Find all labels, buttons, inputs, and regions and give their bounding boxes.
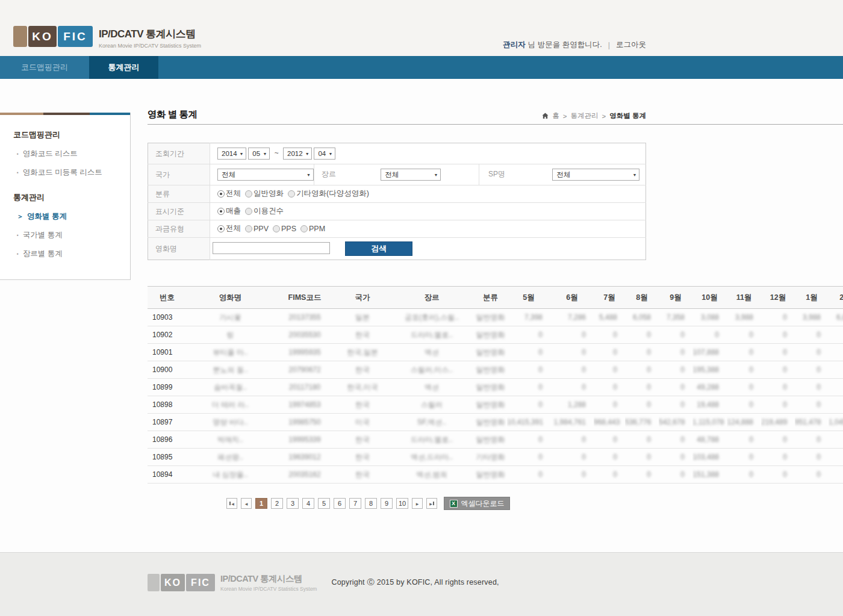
radio-selected-icon[interactable] [217, 208, 225, 215]
cell-month-value: 3,988 [795, 309, 829, 326]
page-button-1[interactable]: 1 [255, 498, 267, 509]
excel-icon: X [450, 500, 458, 508]
page-button-3[interactable]: 3 [287, 498, 299, 509]
radio-option[interactable]: 기타영화(다양성영화) [288, 188, 369, 199]
to-month-select[interactable]: 04▼ [314, 148, 335, 160]
radio-option[interactable]: PPM [300, 225, 325, 233]
radio-icon[interactable] [300, 225, 308, 232]
cell-month-value: 0 [659, 326, 692, 344]
prev-page-button[interactable]: ◀ [241, 498, 252, 509]
cell-month-value: 0 [761, 309, 795, 326]
sp-label: SP명 [488, 169, 550, 179]
sidebar-item[interactable]: ▪국가별 통계 [17, 230, 122, 240]
blurred-text: 0 [613, 400, 617, 409]
page-button-7[interactable]: 7 [349, 498, 361, 509]
genre-cell: 장르 전체▼ [314, 164, 479, 185]
radio-option[interactable]: 전체 [217, 223, 241, 234]
radio-icon[interactable] [273, 225, 280, 232]
search-button[interactable]: 검색 [345, 241, 412, 256]
radio-icon[interactable] [288, 190, 295, 198]
cell-month-value: 0 [659, 449, 692, 466]
cell-month-value: 0 [829, 396, 843, 414]
cell-genre: 액션,범죄 [390, 466, 474, 484]
radio-option[interactable]: 전체 [217, 188, 241, 199]
sidebar-item[interactable]: ＞영화별 통계 [17, 211, 122, 222]
cell-category: 일반영화 [474, 379, 507, 396]
blurred-text: 1,045,118 [829, 418, 843, 426]
cell-month-value: 0 [659, 396, 692, 414]
blurred-text: 0 [647, 470, 651, 479]
blurred-text: 0 [817, 331, 821, 339]
blurred-text: 일반영화 [476, 348, 505, 356]
page-button-10[interactable]: 10 [396, 498, 408, 509]
cell-month-value: 5,488 [594, 309, 625, 326]
cell-month-value: 0 [550, 326, 594, 344]
to-year-select[interactable]: 2012▼ [283, 148, 312, 160]
sidebar-item[interactable]: ▪장르별 통계 [17, 249, 122, 259]
logout-link[interactable]: 로그아웃 [616, 40, 646, 50]
cell-month-value: 951,478 [795, 414, 829, 431]
cell-movie-name: 뷰티풀 마.. [187, 344, 274, 361]
column-header: 분류 [474, 287, 507, 309]
blurred-text: 액션,드라마.. [411, 453, 453, 461]
column-header: 11월 [727, 287, 761, 309]
from-month-select[interactable]: 05▼ [248, 148, 270, 160]
sidebar-item[interactable]: ▪영화코드 리스트 [17, 149, 122, 159]
radio-option[interactable]: 매출 [217, 206, 241, 216]
cell-number: 10894 [148, 466, 187, 484]
period-controls: 2014▼ 05▼ ~ 2012▼ 04▼ [210, 143, 646, 164]
radio-option[interactable]: 이용건수 [245, 206, 284, 216]
breadcrumb-home[interactable]: 홈 [552, 111, 559, 120]
sp-select[interactable]: 전체▼ [552, 169, 639, 181]
page-button-2[interactable]: 2 [271, 498, 283, 509]
first-page-button[interactable]: ◀ [226, 498, 237, 509]
cell-month-value: 3,088 [692, 309, 727, 326]
sidebar-item[interactable]: ▪영화코드 미등록 리스트 [17, 167, 122, 178]
blurred-text: 일반영화 [476, 400, 505, 409]
from-year-select[interactable]: 2014▼ [217, 148, 246, 160]
cell-month-value: 0 [507, 431, 550, 449]
blurred-text: 0 [647, 383, 651, 391]
radio-icon[interactable] [245, 225, 252, 232]
next-page-button[interactable]: ▶ [412, 498, 423, 509]
radio-icon[interactable] [245, 208, 252, 215]
genre-select[interactable]: 전체▼ [381, 169, 441, 181]
radio-option[interactable]: 일반영화 [245, 188, 284, 199]
radio-option[interactable]: PPV [245, 225, 269, 233]
cell-month-value: 0 [727, 344, 761, 361]
blurred-text: 가시꽃 [220, 313, 241, 322]
sp-value: 전체 [556, 170, 570, 179]
radio-option[interactable]: PPS [273, 225, 296, 233]
cell-month-value: 7,358 [659, 309, 692, 326]
caret-icon: ＞ [17, 212, 23, 221]
page-button-5[interactable]: 5 [318, 498, 330, 509]
radio-option-label: 일반영화 [254, 188, 284, 199]
radio-selected-icon[interactable] [217, 190, 225, 198]
movie-name-input[interactable] [213, 242, 330, 254]
blurred-text: 0 [749, 453, 753, 461]
blurred-text: 0 [817, 366, 821, 374]
stripe-tan [0, 113, 43, 115]
breadcrumb-item[interactable]: 통계관리 [571, 111, 599, 120]
blurred-text: 3,988 [803, 313, 821, 322]
blurred-text: 드라마,멜로.. [411, 435, 453, 444]
blurred-text: 151,388 [693, 470, 719, 479]
table-row: 10902링20035530한국드라마,멜로..일반영화0000000000 [148, 326, 843, 344]
blurred-text: 한국 [355, 400, 370, 409]
cell-movie-name: 분노의 질.. [187, 361, 274, 379]
nav-item-2[interactable]: 통계관리 [89, 56, 158, 79]
page-button-8[interactable]: 8 [365, 498, 377, 509]
page-button-9[interactable]: 9 [381, 498, 393, 509]
excel-download-button[interactable]: X 엑셀다운로드 [444, 497, 510, 510]
column-header: FIMS코드 [274, 287, 335, 309]
country-select[interactable]: 전체▼ [217, 169, 314, 181]
last-page-button[interactable]: ▶ [426, 498, 437, 509]
page-button-6[interactable]: 6 [334, 498, 346, 509]
cell-category: 일반영화 [474, 414, 507, 431]
page-button-4[interactable]: 4 [302, 498, 314, 509]
radio-selected-icon[interactable] [217, 225, 225, 232]
cell-genre: 액션 [390, 344, 474, 361]
radio-icon[interactable] [245, 190, 252, 198]
nav-item-1[interactable]: 코드맵핑관리 [0, 56, 89, 79]
cell-fims-code: 19995339 [274, 431, 335, 449]
